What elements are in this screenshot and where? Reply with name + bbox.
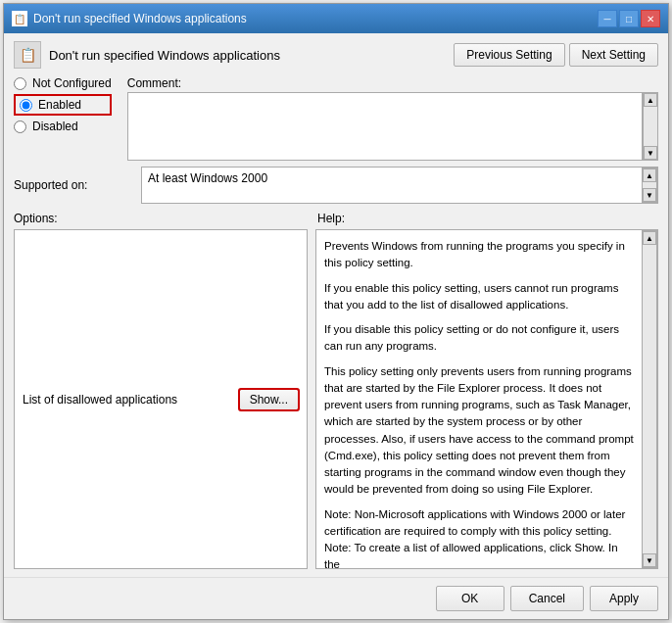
help-para-2: If you enable this policy setting, users… xyxy=(324,280,634,314)
help-scrollbar[interactable]: ▲ ▼ xyxy=(642,230,657,568)
help-para-4: This policy setting only prevents users … xyxy=(324,363,634,499)
options-section-label: Options: xyxy=(14,212,58,225)
policy-icon: 📋 xyxy=(14,41,41,69)
not-configured-radio[interactable] xyxy=(14,77,26,90)
options-inner: List of disallowed applications Show... xyxy=(15,230,307,568)
comment-field-container: ▲ ▼ xyxy=(127,92,658,161)
help-para-3: If you disable this policy setting or do… xyxy=(324,321,634,356)
disabled-option[interactable]: Disabled xyxy=(14,120,112,133)
minimize-button[interactable]: ─ xyxy=(598,10,617,27)
supported-row: Supported on: At least Windows 2000 ▲ ▼ xyxy=(14,167,658,204)
close-button[interactable]: ✕ xyxy=(641,10,660,27)
radio-group: Not Configured Enabled Disabled Comment: xyxy=(14,76,658,161)
enabled-label: Enabled xyxy=(38,98,81,112)
apply-button[interactable]: Apply xyxy=(590,586,658,611)
not-configured-option[interactable]: Not Configured xyxy=(14,76,112,90)
section-labels-row: Options: Help: xyxy=(14,212,658,225)
supported-value: At least Windows 2000 xyxy=(142,168,642,203)
comment-input[interactable] xyxy=(127,92,643,161)
supported-scroll-down[interactable]: ▼ xyxy=(643,188,656,202)
content-area: 📋 Don't run specified Windows applicatio… xyxy=(4,33,668,577)
help-para-5: Note: Non-Microsoft applications with Wi… xyxy=(324,506,634,569)
prev-setting-button[interactable]: Previous Setting xyxy=(454,43,564,67)
title-bar-left: 📋 Don't run specified Windows applicatio… xyxy=(12,11,247,26)
show-button[interactable]: Show... xyxy=(239,389,299,410)
enabled-radio[interactable] xyxy=(20,99,32,112)
scroll-track xyxy=(644,107,657,146)
disabled-label: Disabled xyxy=(32,120,78,133)
help-scroll-up[interactable]: ▲ xyxy=(643,231,656,245)
options-panel: List of disallowed applications Show... xyxy=(14,229,308,569)
disabled-radio[interactable] xyxy=(14,120,26,133)
window-title: Don't run specified Windows applications xyxy=(33,12,247,25)
main-window: 📋 Don't run specified Windows applicatio… xyxy=(3,3,669,620)
help-scroll-down[interactable]: ▼ xyxy=(643,553,656,567)
footer: OK Cancel Apply xyxy=(4,577,668,619)
comment-label: Comment: xyxy=(127,76,658,90)
scroll-up-arrow[interactable]: ▲ xyxy=(644,93,657,107)
bottom-panels: List of disallowed applications Show... … xyxy=(14,229,658,569)
supported-label: Supported on: xyxy=(14,167,131,204)
help-section-label: Help: xyxy=(317,212,345,225)
title-bar: 📋 Don't run specified Windows applicatio… xyxy=(4,4,668,33)
header-row: 📋 Don't run specified Windows applicatio… xyxy=(14,41,658,69)
enabled-option[interactable]: Enabled xyxy=(14,94,112,116)
list-disallowed-label: List of disallowed applications xyxy=(23,393,231,407)
cancel-button[interactable]: Cancel xyxy=(510,586,584,611)
supported-scroll-up[interactable]: ▲ xyxy=(643,168,656,182)
title-bar-controls: ─ □ ✕ xyxy=(598,10,660,27)
radio-column: Not Configured Enabled Disabled xyxy=(14,76,112,161)
supported-box: At least Windows 2000 ▲ ▼ xyxy=(141,167,658,204)
scroll-down-arrow[interactable]: ▼ xyxy=(644,146,657,160)
ok-button[interactable]: OK xyxy=(436,586,504,611)
comment-section: Comment: ▲ ▼ xyxy=(127,76,658,161)
supported-value-col: At least Windows 2000 ▲ ▼ xyxy=(141,167,658,204)
header-left: 📋 Don't run specified Windows applicatio… xyxy=(14,41,280,69)
not-configured-label: Not Configured xyxy=(32,76,112,90)
window-icon: 📋 xyxy=(12,11,27,26)
maximize-button[interactable]: □ xyxy=(619,10,639,27)
header-buttons: Previous Setting Next Setting xyxy=(454,43,658,67)
help-text-area: Prevents Windows from running the progra… xyxy=(316,230,642,568)
comment-scrollbar[interactable]: ▲ ▼ xyxy=(643,92,658,161)
supported-scrollbar[interactable]: ▲ ▼ xyxy=(642,168,657,203)
supported-on-text: Supported on: xyxy=(14,178,87,192)
help-scroll-track xyxy=(643,245,656,553)
help-panel: Prevents Windows from running the progra… xyxy=(315,229,658,569)
policy-title: Don't run specified Windows applications xyxy=(49,48,280,63)
help-para-1: Prevents Windows from running the progra… xyxy=(324,238,634,272)
next-setting-button[interactable]: Next Setting xyxy=(569,43,658,67)
